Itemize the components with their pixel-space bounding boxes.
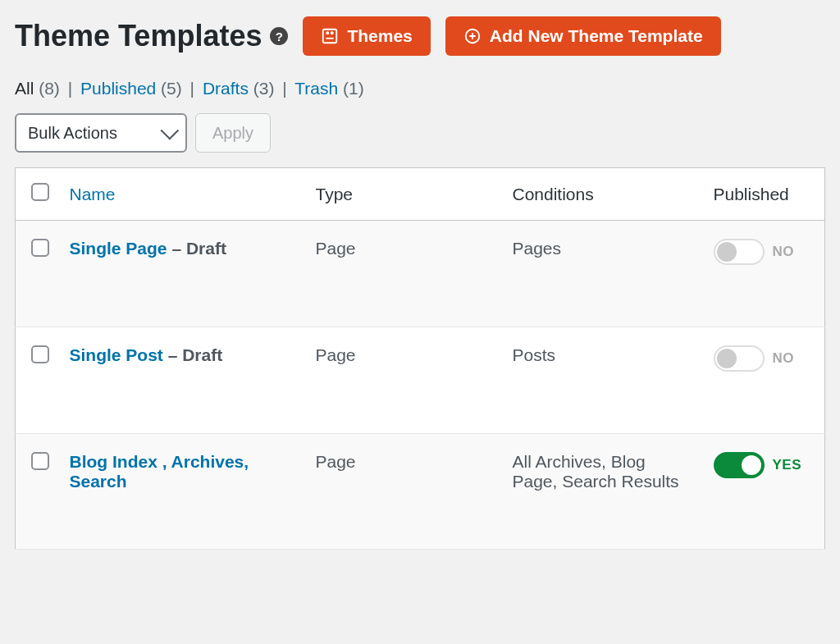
row-published-cell: NO bbox=[702, 221, 825, 327]
column-conditions: Conditions bbox=[501, 168, 702, 221]
row-title-link[interactable]: Single Post bbox=[70, 345, 163, 364]
table-row: Single Post – DraftPagePostsNO bbox=[16, 327, 825, 434]
themes-icon bbox=[321, 27, 339, 45]
row-type-cell: Page bbox=[304, 327, 501, 434]
toggle-label: NO bbox=[773, 350, 795, 367]
row-checkbox-cell bbox=[16, 327, 58, 434]
toggle-switch[interactable] bbox=[714, 452, 765, 478]
filter-published[interactable]: Published bbox=[80, 79, 156, 98]
themes-button-label: Themes bbox=[347, 26, 412, 46]
filter-drafts[interactable]: Drafts bbox=[203, 79, 249, 98]
row-checkbox-cell bbox=[16, 221, 58, 327]
apply-button[interactable]: Apply bbox=[195, 113, 271, 153]
column-checkbox bbox=[16, 168, 58, 221]
row-published-cell: YES bbox=[702, 434, 825, 550]
row-conditions-cell: Posts bbox=[501, 327, 702, 434]
help-icon[interactable]: ? bbox=[270, 27, 288, 45]
row-checkbox[interactable] bbox=[31, 452, 49, 470]
toggle-knob bbox=[717, 349, 737, 368]
row-name-cell: Blog Index , Archives, Search bbox=[58, 434, 304, 550]
row-checkbox-cell bbox=[16, 434, 58, 550]
row-name-cell: Single Page – Draft bbox=[58, 221, 304, 327]
column-type: Type bbox=[304, 168, 501, 221]
filter-trash-count: (1) bbox=[343, 79, 364, 98]
column-name-sort[interactable]: Name bbox=[70, 185, 116, 203]
svg-point-1 bbox=[327, 32, 329, 34]
table-row: Blog Index , Archives, SearchPageAll Arc… bbox=[16, 434, 825, 550]
page-title: Theme Templates ? bbox=[15, 19, 288, 53]
draft-label: – Draft bbox=[167, 239, 226, 258]
status-filters: All (8) | Published (5) | Drafts (3) | T… bbox=[15, 79, 825, 98]
published-toggle[interactable]: NO bbox=[714, 345, 795, 372]
select-all-checkbox[interactable] bbox=[31, 183, 49, 201]
add-new-template-button[interactable]: Add New Theme Template bbox=[445, 16, 721, 56]
toggle-switch[interactable] bbox=[714, 239, 765, 265]
plus-circle-icon bbox=[463, 27, 482, 45]
row-checkbox[interactable] bbox=[31, 345, 49, 363]
filter-published-count: (5) bbox=[161, 79, 182, 98]
toggle-knob bbox=[717, 242, 737, 262]
row-name-cell: Single Post – Draft bbox=[58, 327, 304, 434]
row-title-link[interactable]: Single Page bbox=[70, 239, 167, 258]
toggle-label: YES bbox=[773, 457, 802, 473]
themes-button[interactable]: Themes bbox=[303, 16, 430, 56]
svg-rect-0 bbox=[323, 30, 337, 43]
page-title-text: Theme Templates bbox=[15, 19, 262, 53]
row-published-cell: NO bbox=[702, 327, 825, 434]
table-row: Single Page – DraftPagePagesNO bbox=[16, 221, 825, 327]
filter-all[interactable]: All bbox=[15, 79, 34, 98]
column-published: Published bbox=[702, 168, 825, 221]
toggle-label: NO bbox=[773, 244, 795, 260]
row-type-cell: Page bbox=[304, 221, 501, 327]
add-new-template-label: Add New Theme Template bbox=[490, 26, 703, 46]
column-name[interactable]: Name bbox=[58, 168, 304, 221]
toggle-knob bbox=[742, 455, 761, 475]
row-type-cell: Page bbox=[304, 434, 501, 550]
row-conditions-cell: All Archives, Blog Page, Search Results bbox=[501, 434, 702, 550]
row-title-link[interactable]: Blog Index , Archives, Search bbox=[70, 452, 249, 491]
filter-all-count: (8) bbox=[39, 79, 60, 98]
apply-button-label: Apply bbox=[212, 124, 253, 142]
published-toggle[interactable]: NO bbox=[714, 239, 795, 265]
filter-trash[interactable]: Trash bbox=[294, 79, 338, 98]
published-toggle[interactable]: YES bbox=[714, 452, 802, 478]
filter-drafts-count: (3) bbox=[253, 79, 275, 98]
draft-label: – Draft bbox=[163, 345, 222, 364]
row-checkbox[interactable] bbox=[31, 239, 49, 257]
templates-table: Name Type Conditions Published Single Pa… bbox=[15, 167, 825, 550]
toggle-switch[interactable] bbox=[714, 345, 765, 372]
row-conditions-cell: Pages bbox=[501, 221, 702, 327]
bulk-actions-label: Bulk Actions bbox=[28, 124, 117, 143]
svg-point-2 bbox=[331, 32, 333, 34]
bulk-actions-select[interactable]: Bulk Actions bbox=[15, 113, 187, 153]
